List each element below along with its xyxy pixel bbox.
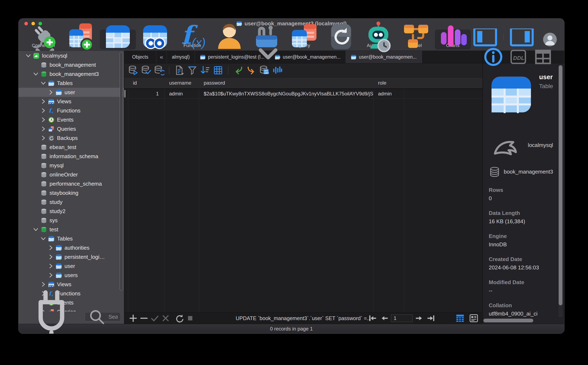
column-header-role[interactable]: role	[373, 80, 404, 86]
tree-expander[interactable]	[40, 80, 47, 87]
tab-1[interactable]: almysql)	[167, 51, 195, 63]
tree-item-book-management3[interactable]: book_management3	[19, 70, 124, 78]
tree-expander[interactable]	[47, 263, 54, 270]
stop-button[interactable]	[185, 314, 195, 323]
apply-changes-button[interactable]	[150, 314, 160, 323]
plus-icon	[128, 313, 138, 323]
tree-item-persistent-logi-[interactable]: persistent_logi…	[19, 252, 124, 261]
toolbar-item-backup[interactable]: Backup	[323, 29, 359, 49]
filter-button[interactable]	[187, 65, 198, 75]
tree-expander[interactable]	[40, 125, 47, 132]
tree-expander[interactable]	[40, 116, 47, 123]
sort-button[interactable]	[200, 65, 211, 75]
toolbar-item-user[interactable]: User	[211, 29, 247, 49]
tree-item-user[interactable]: user	[19, 88, 124, 97]
columns-grid-button[interactable]	[213, 65, 223, 75]
tree-item-events[interactable]: Events	[19, 115, 124, 124]
tree-item-ebean-test[interactable]: ebean_test	[19, 143, 124, 152]
column-header-username[interactable]: username	[164, 80, 199, 86]
tree-item-tables[interactable]: Tables	[19, 234, 124, 243]
page-number-input[interactable]	[391, 315, 413, 322]
cell-id[interactable]: 1	[128, 91, 164, 97]
tree-item-users[interactable]: users	[19, 271, 124, 280]
tree-item-sys[interactable]: sys	[19, 216, 124, 225]
tree-item-backups[interactable]: Backups	[19, 133, 124, 143]
commit-button[interactable]	[141, 65, 151, 75]
tree-item-information-schema[interactable]: information_schema	[19, 152, 124, 161]
refresh-button[interactable]	[174, 314, 184, 323]
delete-record-button[interactable]	[139, 314, 149, 323]
tree-expander[interactable]	[32, 70, 39, 77]
sidebar-scrollbar-thumb[interactable]	[120, 52, 123, 291]
tree-item-performance-schema[interactable]: performance_schema	[19, 179, 124, 188]
import-button[interactable]	[233, 65, 244, 75]
grid-view-button[interactable]	[455, 314, 465, 323]
tree-item-user[interactable]: user	[19, 261, 124, 271]
tree-item-mysql[interactable]: mysql	[19, 161, 124, 170]
tree-expander[interactable]	[25, 52, 32, 59]
tree-item-study2[interactable]: study2	[19, 207, 124, 216]
sidebar-search	[85, 312, 121, 321]
tree-item-queries[interactable]: Queries	[19, 124, 124, 133]
tree-item-staybooking[interactable]: staybooking	[19, 188, 124, 197]
table-icon	[48, 80, 55, 86]
toolbar-item-new-query[interactable]: New Query	[63, 29, 99, 49]
info-panel-vscrollbar[interactable]	[558, 64, 563, 318]
tree-expander[interactable]	[47, 272, 54, 279]
toolbar-item-automation[interactable]: Automation	[360, 29, 396, 49]
tree-expander[interactable]	[40, 235, 47, 242]
toolbar-item-model[interactable]: Model	[398, 29, 434, 49]
tree-item-views[interactable]: Views	[19, 97, 124, 106]
tree-expander[interactable]	[40, 107, 47, 114]
cell-role[interactable]: admin	[373, 91, 404, 97]
toolbar-item-function[interactable]: f(x)Function	[174, 29, 210, 49]
tree-item-study[interactable]: study	[19, 197, 124, 207]
search-input[interactable]	[108, 313, 118, 320]
rollback-button[interactable]	[154, 65, 164, 75]
toolbar-item-charts[interactable]: Charts	[435, 29, 471, 49]
begin-transaction-button[interactable]	[128, 65, 139, 75]
tab-objects[interactable]: Objects	[124, 51, 156, 63]
tree-item-book-management[interactable]: book_management	[19, 60, 124, 70]
column-header-password[interactable]: password	[199, 80, 373, 86]
tree-expander[interactable]	[47, 253, 54, 260]
tree-expander[interactable]	[32, 226, 39, 233]
tree-item-onlineorder[interactable]: onlineOrder	[19, 170, 124, 179]
tree-item-authorities[interactable]: authorities	[19, 243, 124, 252]
column-header-id[interactable]: id	[128, 80, 164, 86]
toolbar-item-others[interactable]: Others	[249, 29, 285, 49]
add-record-button[interactable]	[128, 314, 138, 323]
tree-item-test[interactable]: test	[19, 225, 124, 234]
discard-changes-button[interactable]	[161, 314, 171, 323]
grid-toolbar: 101ABC	[124, 63, 482, 77]
tree-expander[interactable]	[47, 244, 54, 251]
info-panel-hscrollbar-thumb[interactable]	[483, 319, 533, 322]
cell-password[interactable]: $2a$10$uTKwy8nTXWSS8oBygcNGouBpgJKv1nyVI…	[199, 91, 373, 97]
tree-expander	[32, 162, 39, 169]
scroll-tabs-left-button[interactable]: «	[156, 51, 167, 63]
cell-username[interactable]: admin	[164, 91, 199, 97]
connection-plug-icon[interactable]	[20, 286, 83, 334]
tree-expander[interactable]	[40, 134, 47, 141]
toolbar-item-query[interactable]: Query	[286, 29, 322, 49]
text-preview-button[interactable]	[174, 65, 185, 75]
toolbar-item-connection[interactable]: Connection	[25, 29, 61, 49]
previous-page-button[interactable]	[379, 314, 389, 323]
tree-expander[interactable]	[40, 98, 47, 105]
tree-expander[interactable]	[47, 89, 54, 96]
tree-item-localmysql[interactable]: localmysql	[19, 51, 124, 60]
info-panel-vscrollbar-thumb[interactable]	[559, 65, 562, 305]
form-view-button[interactable]	[469, 314, 479, 323]
settings-gear-button[interactable]	[440, 314, 450, 323]
last-page-button[interactable]	[426, 314, 436, 323]
tab-4[interactable]: user@book_managemen...	[346, 51, 422, 63]
sidebar-scrollbar[interactable]	[119, 52, 124, 311]
tree-item-tables[interactable]: Tables	[19, 78, 124, 88]
toolbar-item-view[interactable]: View	[137, 29, 173, 49]
toolbar-item-table[interactable]: Table	[100, 29, 136, 49]
next-page-button[interactable]	[414, 314, 424, 323]
tree-item-functions[interactable]: fxFunctions	[19, 106, 124, 115]
user-avatar[interactable]	[543, 33, 557, 46]
property-rows: Rows0	[489, 187, 553, 202]
table-row[interactable]: 1admin$2a$10$uTKwy8nTXWSS8oBygcNGouBpgJK…	[124, 89, 482, 99]
